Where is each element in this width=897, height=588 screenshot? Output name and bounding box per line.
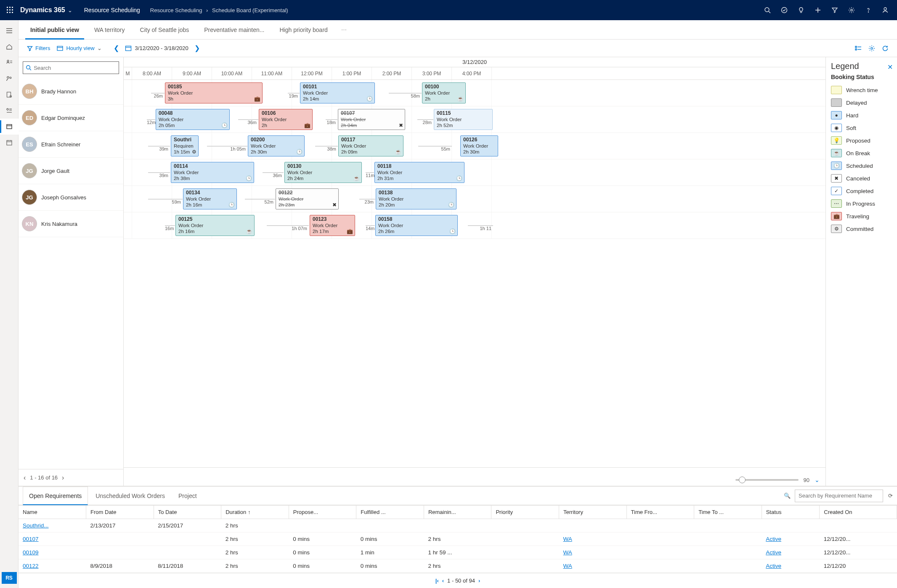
schedule-board-icon[interactable]: [0, 119, 19, 135]
link[interactable]: WA: [563, 563, 572, 569]
area-switcher-badge[interactable]: RS: [2, 572, 17, 584]
timeline-row[interactable]: 16m00125Work Order2h 16m☕1h 07m00123Work…: [124, 212, 825, 239]
help-icon[interactable]: [860, 0, 877, 20]
resource-search[interactable]: [23, 61, 119, 74]
refresh-icon[interactable]: ⟳: [888, 493, 893, 499]
resource-list-icon[interactable]: [0, 103, 19, 119]
column-header[interactable]: To Date: [154, 506, 221, 519]
column-header[interactable]: Time Fro...: [626, 506, 694, 519]
booking[interactable]: 00158Work Order2h 26m🕒: [375, 215, 458, 236]
booking[interactable]: 00114Work Order2h 38m🕒: [171, 162, 254, 183]
link[interactable]: WA: [563, 536, 572, 542]
table-row[interactable]: 001072 hrs0 mins0 mins2 hrsWAActive12/12…: [19, 532, 897, 546]
task-icon[interactable]: [776, 0, 793, 20]
resource-row[interactable]: ESEfrain Schreiner: [19, 131, 123, 158]
booking[interactable]: 00185Work Order3h💼: [165, 82, 263, 103]
link[interactable]: 00107: [23, 536, 39, 542]
tab-overflow-icon[interactable]: ⋯: [335, 26, 353, 33]
booking[interactable]: 00101Work Order2h 14m🕒: [300, 82, 375, 103]
column-header[interactable]: Fulfilled ...: [356, 506, 424, 519]
refresh-icon[interactable]: [878, 42, 892, 55]
column-header[interactable]: Propose...: [289, 506, 356, 519]
funnel-icon[interactable]: [826, 0, 843, 20]
tab-initial-public-view[interactable]: Initial public view: [23, 20, 87, 40]
column-header[interactable]: From Date: [86, 506, 154, 519]
person-icon[interactable]: [877, 0, 894, 20]
pager-next-icon[interactable]: ›: [478, 577, 480, 584]
resource-row[interactable]: JGJoseph Gonsalves: [19, 184, 123, 211]
people-list-icon[interactable]: [0, 55, 19, 71]
booking[interactable]: 00130Work Order2h 24m☕: [284, 162, 362, 183]
legend-toggle-icon[interactable]: [852, 42, 865, 55]
table-row[interactable]: 001228/9/20188/11/20182 hrs0 mins0 mins2…: [19, 559, 897, 573]
booking[interactable]: 00122Work Order2h 23m✖: [276, 188, 339, 209]
breadcrumb-1[interactable]: Resource Scheduling: [150, 7, 202, 13]
tab-wa-territory[interactable]: WA territory: [87, 20, 133, 40]
lightbulb-icon[interactable]: [793, 0, 809, 20]
search-icon[interactable]: 🔍: [784, 493, 791, 499]
breadcrumb-2[interactable]: Schedule Board (Experimental): [212, 7, 288, 13]
link[interactable]: Active: [766, 549, 781, 556]
booking[interactable]: SouthriRequiren1h 15m⚙: [171, 135, 199, 156]
column-header[interactable]: Created On: [820, 506, 897, 519]
booking[interactable]: 00138Work Order2h 20m🕒: [376, 188, 456, 209]
link[interactable]: 00122: [23, 563, 39, 569]
brand-name[interactable]: Dynamics 365: [20, 6, 65, 14]
prev-date-button[interactable]: ❮: [112, 44, 121, 52]
booking[interactable]: 00200Work Order2h 30m🕒: [248, 135, 305, 156]
next-date-button[interactable]: ❯: [193, 44, 202, 52]
resource-row[interactable]: EDEdgar Dominquez: [19, 105, 123, 131]
tab-preventative-maintenance[interactable]: Preventative mainten...: [196, 20, 272, 40]
search-icon[interactable]: [759, 0, 776, 20]
booking[interactable]: 00106Work Order2h💼: [259, 109, 313, 130]
resource-row[interactable]: BHBrady Hannon: [19, 78, 123, 105]
booking[interactable]: 00115Work Order2h 52m: [434, 109, 493, 130]
link[interactable]: Southrid...: [23, 522, 49, 529]
close-icon[interactable]: ✕: [887, 63, 893, 71]
waffle-icon[interactable]: [3, 3, 17, 17]
search-input[interactable]: [31, 65, 116, 71]
resource-row[interactable]: KNKris Nakamura: [19, 211, 123, 237]
people-icon[interactable]: [0, 71, 19, 87]
column-header[interactable]: Territory: [559, 506, 627, 519]
calendar-icon[interactable]: [0, 135, 19, 151]
column-header[interactable]: Name: [19, 506, 86, 519]
requirement-search-input[interactable]: [795, 490, 883, 502]
view-switcher[interactable]: Hourly view ⌄: [53, 40, 105, 57]
booking[interactable]: 00048Work Order2h 05m🕒: [156, 109, 230, 130]
booking[interactable]: 00134Work Order2h 16m🕒: [183, 188, 237, 209]
document-people-icon[interactable]: [0, 87, 19, 103]
link[interactable]: 00109: [23, 549, 39, 556]
timeline-row[interactable]: 39m00114Work Order2h 38m🕒36m00130Work Or…: [124, 159, 825, 186]
table-row[interactable]: 001092 hrs0 mins1 min1 hr 59 ...WAActive…: [19, 546, 897, 559]
date-range-picker[interactable]: 3/12/2020 - 3/18/2020: [125, 45, 188, 51]
pager-prev-icon[interactable]: ‹: [442, 577, 444, 584]
tab-open-requirements[interactable]: Open Requirements: [23, 487, 88, 505]
table-row[interactable]: Southrid...2/13/20172/15/20172 hrs: [19, 519, 897, 532]
chevron-down-icon[interactable]: ⌄: [815, 477, 820, 483]
pager-next-icon[interactable]: ›: [62, 474, 64, 482]
hamburger-icon[interactable]: [0, 23, 19, 39]
filters-button[interactable]: Filters: [24, 40, 53, 57]
booking[interactable]: 00107Work Order2h 04m✖: [338, 109, 405, 130]
link[interactable]: Active: [766, 536, 781, 542]
column-header[interactable]: Priority: [491, 506, 559, 519]
column-header[interactable]: Remainin...: [424, 506, 491, 519]
booking[interactable]: 00117Work Order2h 09m☕: [338, 135, 403, 156]
home-icon[interactable]: [0, 39, 19, 55]
gear-icon[interactable]: [843, 0, 860, 20]
column-header[interactable]: Status: [762, 506, 820, 519]
booking[interactable]: 00100Work Order2h☕: [422, 82, 466, 103]
zoom-slider[interactable]: [735, 479, 799, 481]
column-header[interactable]: Time To ...: [694, 506, 762, 519]
tab-project[interactable]: Project: [172, 487, 203, 505]
tab-unscheduled-work-orders[interactable]: Unscheduled Work Orders: [90, 487, 171, 505]
tab-city-of-seattle-jobs[interactable]: City of Seattle jobs: [133, 20, 197, 40]
resource-row[interactable]: JGJorge Gault: [19, 158, 123, 184]
plus-icon[interactable]: [809, 0, 826, 20]
booking[interactable]: 00123Work Order2h 17m💼: [310, 215, 355, 236]
pager-first-icon[interactable]: |‹: [435, 577, 439, 584]
link[interactable]: Active: [766, 563, 781, 569]
tab-high-priority-board[interactable]: High priority board: [272, 20, 335, 40]
zoom-control[interactable]: 90 ⌄: [735, 477, 820, 483]
